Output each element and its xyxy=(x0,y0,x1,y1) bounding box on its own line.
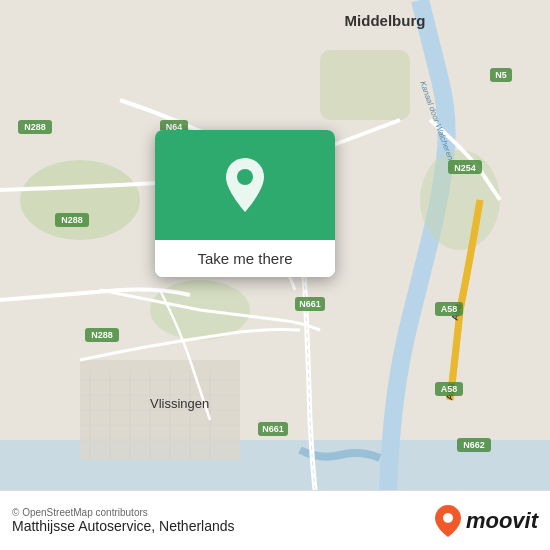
svg-text:Vlissingen: Vlissingen xyxy=(150,396,209,411)
svg-text:N288: N288 xyxy=(91,330,113,340)
moovit-pin-icon xyxy=(434,504,462,538)
svg-text:A58: A58 xyxy=(441,304,458,314)
svg-point-47 xyxy=(443,513,453,523)
map-credit: © OpenStreetMap contributors xyxy=(12,507,235,518)
moovit-text: moovit xyxy=(466,508,538,534)
svg-text:A58: A58 xyxy=(441,384,458,394)
take-me-there-button[interactable]: Take me there xyxy=(155,240,335,277)
moovit-logo: moovit xyxy=(434,504,538,538)
svg-text:N5: N5 xyxy=(495,70,507,80)
svg-point-2 xyxy=(20,160,140,240)
map-container: A58 A58 Kanaal door Walcheren N288 N64 N… xyxy=(0,0,550,490)
bottom-info: © OpenStreetMap contributors Matthijsse … xyxy=(12,507,235,534)
svg-rect-4 xyxy=(320,50,410,120)
location-title: Matthijsse Autoservice, Netherlands xyxy=(12,518,235,534)
location-pin-icon xyxy=(221,156,269,214)
popup-green-area xyxy=(155,130,335,240)
popup-card: Take me there xyxy=(155,130,335,277)
svg-text:N254: N254 xyxy=(454,163,476,173)
svg-text:N661: N661 xyxy=(299,299,321,309)
svg-text:N288: N288 xyxy=(61,215,83,225)
svg-text:N661: N661 xyxy=(262,424,284,434)
svg-text:N288: N288 xyxy=(24,122,46,132)
svg-text:Middelburg: Middelburg xyxy=(345,12,426,29)
bottom-bar: © OpenStreetMap contributors Matthijsse … xyxy=(0,490,550,550)
svg-text:N662: N662 xyxy=(463,440,485,450)
svg-point-46 xyxy=(237,169,253,185)
